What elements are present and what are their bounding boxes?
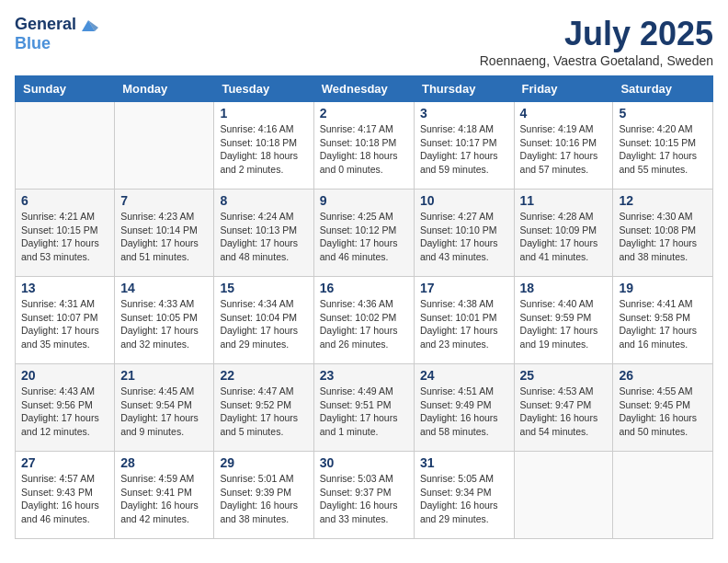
- calendar-cell: 31Sunrise: 5:05 AMSunset: 9:34 PMDayligh…: [414, 452, 514, 539]
- day-info: Sunrise: 4:36 AMSunset: 10:02 PMDaylight…: [320, 297, 408, 351]
- day-info: Sunrise: 5:03 AMSunset: 9:37 PMDaylight:…: [320, 472, 408, 526]
- day-number: 21: [120, 368, 208, 383]
- header-wednesday: Wednesday: [313, 76, 414, 102]
- logo-text: General: [15, 15, 98, 35]
- calendar-cell: 19Sunrise: 4:41 AMSunset: 9:58 PMDayligh…: [613, 277, 713, 364]
- day-number: 30: [320, 455, 408, 470]
- calendar-cell: [115, 102, 214, 190]
- calendar-cell: [16, 102, 115, 190]
- calendar-week-3: 13Sunrise: 4:31 AMSunset: 10:07 PMDaylig…: [16, 277, 713, 364]
- day-info: Sunrise: 4:25 AMSunset: 10:12 PMDaylight…: [320, 210, 408, 264]
- calendar-body: 1Sunrise: 4:16 AMSunset: 10:18 PMDayligh…: [16, 102, 713, 539]
- day-info: Sunrise: 4:30 AMSunset: 10:08 PMDaylight…: [619, 210, 707, 264]
- calendar-cell: 2Sunrise: 4:17 AMSunset: 10:18 PMDayligh…: [313, 102, 414, 190]
- month-title: July 2025: [480, 15, 713, 53]
- calendar-cell: 13Sunrise: 4:31 AMSunset: 10:07 PMDaylig…: [16, 277, 115, 364]
- calendar-cell: 1Sunrise: 4:16 AMSunset: 10:18 PMDayligh…: [214, 102, 313, 190]
- day-number: 22: [220, 368, 307, 383]
- calendar-week-5: 27Sunrise: 4:57 AMSunset: 9:43 PMDayligh…: [16, 452, 713, 539]
- day-info: Sunrise: 4:49 AMSunset: 9:51 PMDaylight:…: [320, 385, 408, 439]
- day-info: Sunrise: 4:20 AMSunset: 10:15 PMDaylight…: [619, 122, 707, 177]
- day-number: 19: [619, 281, 707, 295]
- day-info: Sunrise: 4:57 AMSunset: 9:43 PMDaylight:…: [21, 472, 108, 526]
- day-number: 1: [220, 106, 307, 121]
- calendar-cell: [514, 452, 613, 539]
- header-thursday: Thursday: [414, 76, 514, 102]
- header-saturday: Saturday: [613, 76, 713, 102]
- calendar-week-2: 6Sunrise: 4:21 AMSunset: 10:15 PMDayligh…: [16, 190, 713, 277]
- calendar-cell: 22Sunrise: 4:47 AMSunset: 9:52 PMDayligh…: [214, 364, 313, 452]
- calendar-week-4: 20Sunrise: 4:43 AMSunset: 9:56 PMDayligh…: [16, 364, 713, 452]
- calendar-cell: 17Sunrise: 4:38 AMSunset: 10:01 PMDaylig…: [414, 277, 514, 364]
- day-info: Sunrise: 4:31 AMSunset: 10:07 PMDaylight…: [21, 297, 108, 351]
- calendar-cell: 20Sunrise: 4:43 AMSunset: 9:56 PMDayligh…: [16, 364, 115, 452]
- day-info: Sunrise: 4:47 AMSunset: 9:52 PMDaylight:…: [220, 385, 307, 439]
- day-number: 2: [320, 106, 408, 121]
- day-number: 5: [619, 106, 707, 121]
- calendar-cell: 15Sunrise: 4:34 AMSunset: 10:04 PMDaylig…: [214, 277, 313, 364]
- day-number: 6: [21, 193, 108, 208]
- day-number: 31: [420, 455, 508, 470]
- calendar-cell: [613, 452, 713, 539]
- calendar-table: SundayMondayTuesdayWednesdayThursdayFrid…: [15, 75, 713, 539]
- day-number: 13: [21, 281, 108, 295]
- day-info: Sunrise: 4:41 AMSunset: 9:58 PMDaylight:…: [619, 297, 707, 351]
- location: Roennaeng, Vaestra Goetaland, Sweden: [480, 53, 713, 68]
- header-tuesday: Tuesday: [214, 76, 313, 102]
- day-info: Sunrise: 4:34 AMSunset: 10:04 PMDaylight…: [220, 297, 307, 351]
- logo: General Blue: [15, 15, 98, 53]
- calendar-cell: 4Sunrise: 4:19 AMSunset: 10:16 PMDayligh…: [514, 102, 613, 190]
- day-number: 27: [21, 455, 108, 470]
- calendar-cell: 9Sunrise: 4:25 AMSunset: 10:12 PMDayligh…: [313, 190, 414, 277]
- calendar-cell: 3Sunrise: 4:18 AMSunset: 10:17 PMDayligh…: [414, 102, 514, 190]
- day-info: Sunrise: 4:23 AMSunset: 10:14 PMDaylight…: [120, 210, 208, 264]
- calendar-cell: 8Sunrise: 4:24 AMSunset: 10:13 PMDayligh…: [214, 190, 313, 277]
- day-number: 10: [420, 193, 508, 208]
- day-number: 12: [619, 193, 707, 208]
- calendar-cell: 16Sunrise: 4:36 AMSunset: 10:02 PMDaylig…: [313, 277, 414, 364]
- day-info: Sunrise: 4:17 AMSunset: 10:18 PMDaylight…: [320, 122, 408, 177]
- day-info: Sunrise: 4:51 AMSunset: 9:49 PMDaylight:…: [420, 385, 508, 439]
- day-info: Sunrise: 4:27 AMSunset: 10:10 PMDaylight…: [420, 210, 508, 264]
- calendar-cell: 7Sunrise: 4:23 AMSunset: 10:14 PMDayligh…: [115, 190, 214, 277]
- calendar-cell: 28Sunrise: 4:59 AMSunset: 9:41 PMDayligh…: [115, 452, 214, 539]
- day-number: 7: [120, 193, 208, 208]
- calendar-cell: 12Sunrise: 4:30 AMSunset: 10:08 PMDaylig…: [613, 190, 713, 277]
- header-monday: Monday: [115, 76, 214, 102]
- calendar-cell: 6Sunrise: 4:21 AMSunset: 10:15 PMDayligh…: [16, 190, 115, 277]
- day-number: 11: [520, 193, 608, 208]
- day-info: Sunrise: 4:59 AMSunset: 9:41 PMDaylight:…: [120, 472, 208, 526]
- day-info: Sunrise: 4:55 AMSunset: 9:45 PMDaylight:…: [619, 385, 707, 439]
- page-header: General Blue July 2025 Roennaeng, Vaestr…: [15, 15, 713, 68]
- day-info: Sunrise: 4:28 AMSunset: 10:09 PMDaylight…: [520, 210, 608, 264]
- calendar-cell: 30Sunrise: 5:03 AMSunset: 9:37 PMDayligh…: [313, 452, 414, 539]
- day-number: 14: [120, 281, 208, 295]
- day-number: 26: [619, 368, 707, 383]
- day-number: 17: [420, 281, 508, 295]
- day-info: Sunrise: 4:16 AMSunset: 10:18 PMDaylight…: [220, 122, 307, 177]
- calendar-cell: 14Sunrise: 4:33 AMSunset: 10:05 PMDaylig…: [115, 277, 214, 364]
- header-friday: Friday: [514, 76, 613, 102]
- day-number: 8: [220, 193, 307, 208]
- day-number: 23: [320, 368, 408, 383]
- day-info: Sunrise: 4:18 AMSunset: 10:17 PMDaylight…: [420, 122, 508, 177]
- calendar-cell: 11Sunrise: 4:28 AMSunset: 10:09 PMDaylig…: [514, 190, 613, 277]
- day-info: Sunrise: 4:21 AMSunset: 10:15 PMDaylight…: [21, 210, 108, 264]
- header-sunday: Sunday: [16, 76, 115, 102]
- day-number: 9: [320, 193, 408, 208]
- calendar-cell: 5Sunrise: 4:20 AMSunset: 10:15 PMDayligh…: [613, 102, 713, 190]
- day-number: 20: [21, 368, 108, 383]
- logo-subtext: Blue: [15, 35, 98, 53]
- day-info: Sunrise: 4:45 AMSunset: 9:54 PMDaylight:…: [120, 385, 208, 439]
- day-number: 16: [320, 281, 408, 295]
- calendar-cell: 18Sunrise: 4:40 AMSunset: 9:59 PMDayligh…: [514, 277, 613, 364]
- logo-icon: [78, 15, 98, 35]
- calendar-cell: 27Sunrise: 4:57 AMSunset: 9:43 PMDayligh…: [16, 452, 115, 539]
- calendar-header-row: SundayMondayTuesdayWednesdayThursdayFrid…: [16, 76, 713, 102]
- calendar-cell: 21Sunrise: 4:45 AMSunset: 9:54 PMDayligh…: [115, 364, 214, 452]
- day-number: 28: [120, 455, 208, 470]
- calendar-cell: 26Sunrise: 4:55 AMSunset: 9:45 PMDayligh…: [613, 364, 713, 452]
- day-number: 15: [220, 281, 307, 295]
- calendar-week-1: 1Sunrise: 4:16 AMSunset: 10:18 PMDayligh…: [16, 102, 713, 190]
- day-info: Sunrise: 4:33 AMSunset: 10:05 PMDaylight…: [120, 297, 208, 351]
